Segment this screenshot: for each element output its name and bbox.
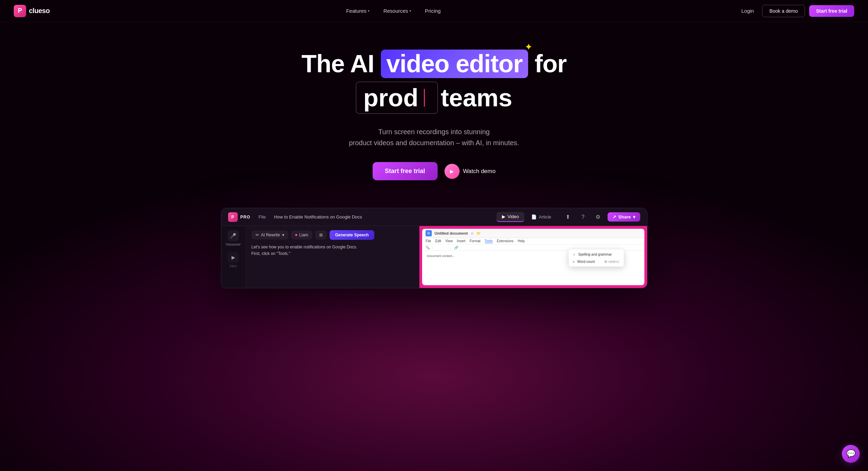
redo-icon[interactable]: ↪ [440, 246, 442, 249]
toolbar-separator: | [432, 246, 433, 249]
nav-pricing[interactable]: Pricing [419, 5, 446, 17]
mic-icon: 🎤 [228, 230, 239, 241]
headline-line2: prod teams [7, 82, 861, 114]
format-icon: ⊞ [319, 233, 323, 237]
play-icon: ▶ [444, 164, 460, 179]
sparkle-icon: ✦ [525, 43, 532, 52]
hero-section: The AI video editor ✦ for prod teams Tur… [0, 22, 868, 194]
context-spelling[interactable]: ✓ Spelling and grammar [569, 251, 624, 258]
chevron-down-icon: ▾ [633, 214, 635, 220]
app-content: 🎤 Voiceover ▶ Intro ✏ AI Rewrite ▾ [221, 226, 647, 288]
upload-icon[interactable]: ⬆ [562, 212, 573, 223]
editor-text-area: Let's see how you to enable notification… [251, 244, 414, 257]
text-line-1: Let's see how you to enable notification… [251, 244, 414, 250]
context-wordcount[interactable]: ≡ Word count ⌘+Shift+C [569, 258, 624, 265]
app-logo-icon: P [228, 212, 238, 222]
hero-cta: Start free trial ▶ Watch demo [7, 162, 861, 180]
pen-icon: ✏ [256, 233, 259, 237]
article-icon: 📄 [531, 214, 537, 220]
app-sidebar: 🎤 Voiceover ▶ Intro [221, 226, 246, 288]
logo-icon: P [14, 5, 26, 17]
app-topbar: P PRO File How to Enable Notifications o… [221, 208, 647, 226]
sidebar-intro[interactable]: ▶ Intro [228, 252, 239, 268]
search-toolbar-icon[interactable]: 🔍 [426, 246, 430, 249]
video-icon: ▶ [502, 214, 505, 219]
logo-name: clueso [29, 7, 50, 15]
book-demo-button[interactable]: Book a demo [762, 5, 805, 17]
document-title: How to Enable Notifications on Google Do… [274, 214, 491, 220]
nav-resources[interactable]: Resources ▾ [378, 5, 417, 17]
chat-icon: 💬 [846, 449, 856, 458]
app-main-editor: ✏ AI Rewrite ▾ Liam ⊞ Generate Speech Le… [246, 226, 420, 288]
voice-selector[interactable]: Liam [291, 231, 312, 239]
undo-icon[interactable]: ↩ [435, 246, 438, 249]
app-preview: P PRO File How to Enable Notifications o… [214, 208, 654, 288]
google-docs-icon: D [426, 230, 432, 236]
generate-speech-button[interactable]: Generate Speech [330, 230, 374, 240]
voice-dot [295, 234, 297, 236]
intro-icon: ▶ [228, 252, 239, 263]
app-pro-badge: PRO [240, 215, 250, 220]
app-tabs: ▶ Video 📄 Article [496, 212, 557, 222]
format2-icon[interactable]: A [450, 246, 452, 249]
settings-icon[interactable]: ⚙ [592, 212, 603, 223]
folder-icon: 📁 [476, 232, 481, 235]
start-trial-hero-button[interactable]: Start free trial [373, 162, 438, 180]
menu-format[interactable]: Format [470, 239, 481, 243]
tab-article[interactable]: 📄 Article [526, 212, 557, 222]
cursor-bar [424, 89, 425, 107]
share-button[interactable]: ↗ Share ▾ [608, 212, 640, 222]
headline-part2: for [535, 50, 567, 77]
chat-button[interactable]: 💬 [842, 445, 860, 463]
chevron-down-icon: ▾ [409, 9, 411, 13]
menu-help[interactable]: Help [518, 239, 525, 243]
menu-file[interactable]: File [426, 239, 431, 243]
tab-video[interactable]: ▶ Video [496, 212, 524, 222]
nav-links: Features ▾ Resources ▾ Pricing [341, 5, 446, 17]
context-menu: ✓ Spelling and grammar ≡ Word count ⌘+Sh… [569, 249, 624, 267]
hero-subtitle: Turn screen recordings into stunning pro… [7, 126, 861, 148]
doc-topbar: D Untitled document ☆ 📁 [422, 229, 644, 238]
headline-part1: The AI [301, 50, 374, 77]
print-icon[interactable]: 🖨 [444, 246, 448, 249]
check-icon: ✓ [573, 253, 576, 256]
ai-rewrite-button[interactable]: ✏ AI Rewrite ▾ [251, 231, 288, 239]
nav-features[interactable]: Features ▾ [341, 5, 375, 17]
sidebar-voiceover[interactable]: 🎤 Voiceover [226, 230, 241, 246]
topbar-right: ⬆ ? ⚙ ↗ Share ▾ [562, 212, 640, 223]
nav-actions: Login Book a demo Start free trial [737, 5, 854, 17]
format-button[interactable]: ⊞ [315, 231, 327, 239]
share-icon: ↗ [612, 214, 616, 220]
chevron-down-icon: ▾ [282, 233, 284, 237]
menu-extensions[interactable]: Extensions [497, 239, 514, 243]
chevron-down-icon: ▾ [368, 9, 369, 13]
headline-highlight: video editor ✦ [381, 50, 528, 78]
logo[interactable]: P clueso [14, 5, 50, 17]
navbar: P clueso Features ▾ Resources ▾ Pricing … [0, 0, 868, 22]
word-box: prod [356, 82, 438, 114]
watch-demo-button[interactable]: ▶ Watch demo [444, 164, 496, 179]
menu-insert[interactable]: Insert [457, 239, 465, 243]
start-trial-nav-button[interactable]: Start free trial [809, 5, 854, 17]
star-icon: ☆ [471, 232, 474, 235]
editor-toolbar: ✏ AI Rewrite ▾ Liam ⊞ Generate Speech [251, 230, 414, 240]
doc-menu-bar: File Edit View Insert Format Tools Exten… [422, 238, 644, 245]
menu-view[interactable]: View [445, 239, 453, 243]
link-icon[interactable]: 🔗 [454, 246, 458, 249]
file-menu-button[interactable]: File [256, 213, 269, 221]
doc-preview-panel: D Untitled document ☆ 📁 File Edit View I… [419, 226, 647, 288]
hero-headline: The AI video editor ✦ for [7, 50, 861, 78]
menu-tools[interactable]: Tools [485, 239, 493, 243]
doc-title: Untitled document [435, 231, 468, 235]
text-line-2: First, click on "Tools." [251, 250, 414, 257]
word-count-icon: ≡ [573, 260, 575, 264]
help-icon[interactable]: ? [577, 212, 588, 223]
google-doc-preview: D Untitled document ☆ 📁 File Edit View I… [422, 229, 644, 285]
login-button[interactable]: Login [737, 5, 758, 17]
app-logo-area: P PRO [228, 212, 250, 222]
menu-edit[interactable]: Edit [435, 239, 441, 243]
app-window: P PRO File How to Enable Notifications o… [221, 208, 647, 288]
